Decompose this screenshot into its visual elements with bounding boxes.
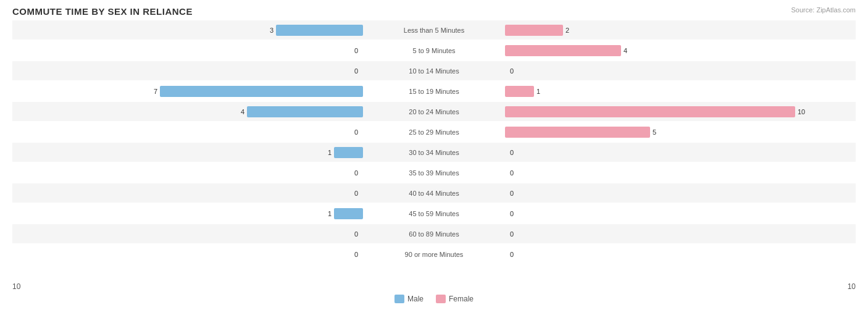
female-value: 0: [510, 190, 522, 197]
left-section: 0: [12, 245, 366, 264]
female-bar: [505, 25, 563, 36]
x-axis-left: 10: [12, 282, 366, 291]
left-section: 3: [12, 20, 366, 40]
right-section: 1: [502, 82, 856, 101]
male-bar: [247, 106, 363, 117]
left-section: 1: [12, 204, 366, 223]
male-value: 1: [319, 210, 332, 217]
right-section: 5: [502, 122, 856, 141]
legend-male: Male: [394, 295, 424, 303]
male-value: 0: [346, 169, 358, 177]
chart-row: 0 25 to 29 Minutes 5: [12, 122, 856, 141]
female-value: 0: [510, 251, 522, 258]
left-section: 0: [12, 183, 366, 203]
chart-row: 1 45 to 59 Minutes 0: [12, 204, 856, 223]
row-label: 15 to 19 Minutes: [366, 88, 502, 95]
female-value: 5: [653, 128, 665, 136]
right-section: 0: [502, 163, 856, 182]
female-bar: [505, 106, 795, 117]
row-label: Less than 5 Minutes: [366, 27, 502, 34]
right-section: 2: [502, 20, 856, 40]
female-bar: [505, 208, 507, 219]
female-value: 0: [510, 169, 522, 177]
row-label: 5 to 9 Minutes: [366, 47, 502, 54]
x-axis-right: 10: [502, 282, 856, 291]
row-label: 40 to 44 Minutes: [366, 190, 502, 197]
female-value: 0: [510, 230, 522, 238]
row-label: 60 to 89 Minutes: [366, 230, 502, 238]
male-value: 0: [346, 190, 358, 197]
female-bar: [505, 45, 621, 56]
legend: Male Female: [12, 295, 856, 303]
male-value: 0: [346, 128, 358, 136]
female-value: 0: [510, 149, 522, 156]
male-bar: [334, 208, 363, 219]
chart-container: COMMUTE TIME BY SEX IN RELIANCE Source: …: [0, 0, 868, 323]
male-value: 0: [346, 47, 358, 54]
row-label: 45 to 59 Minutes: [366, 210, 502, 217]
chart-row: 0 5 to 9 Minutes 4: [12, 41, 856, 60]
left-section: 0: [12, 41, 366, 60]
right-axis-value: 10: [848, 282, 856, 291]
legend-female-label: Female: [449, 295, 474, 303]
left-section: 7: [12, 82, 366, 101]
right-section: 0: [502, 204, 856, 223]
male-bar: [361, 249, 363, 260]
right-section: 0: [502, 245, 856, 264]
chart-row: 4 20 to 24 Minutes 10: [12, 102, 856, 121]
right-section: 0: [502, 183, 856, 203]
legend-female: Female: [436, 295, 474, 303]
right-section: 10: [502, 102, 856, 121]
row-label: 35 to 39 Minutes: [366, 169, 502, 177]
chart-row: 7 15 to 19 Minutes 1: [12, 82, 856, 101]
left-section: 0: [12, 61, 366, 80]
female-bar: [505, 229, 507, 240]
female-bar: [505, 86, 534, 97]
left-section: 1: [12, 143, 366, 162]
left-section: 0: [12, 122, 366, 141]
chart-row: 0 10 to 14 Minutes 0: [12, 61, 856, 80]
female-bar: [505, 188, 507, 199]
source-text: Source: ZipAtlas.com: [791, 6, 856, 14]
right-section: 4: [502, 41, 856, 60]
legend-male-label: Male: [407, 295, 424, 303]
row-label: 10 to 14 Minutes: [366, 67, 502, 75]
female-value: 10: [798, 108, 810, 115]
male-value: 0: [346, 251, 358, 258]
male-value: 7: [145, 88, 157, 95]
male-bar: [361, 167, 363, 178]
male-bar: [361, 127, 363, 138]
x-axis: 10 10: [12, 282, 856, 291]
right-section: 0: [502, 61, 856, 80]
female-value: 4: [624, 47, 636, 54]
legend-female-box: [436, 295, 446, 303]
right-section: 0: [502, 143, 856, 162]
female-bar: [505, 167, 507, 178]
row-label: 30 to 34 Minutes: [366, 149, 502, 156]
female-bar: [505, 147, 507, 158]
male-bar: [361, 45, 363, 56]
female-bar: [505, 249, 507, 260]
male-value: 1: [319, 149, 332, 156]
chart-title: COMMUTE TIME BY SEX IN RELIANCE: [12, 6, 856, 17]
left-axis-value: 10: [12, 282, 20, 291]
male-value: 0: [346, 67, 358, 75]
legend-male-box: [394, 295, 404, 303]
male-bar: [361, 188, 363, 199]
male-bar: [361, 65, 363, 77]
chart-row: 0 40 to 44 Minutes 0: [12, 183, 856, 203]
chart-row: 1 30 to 34 Minutes 0: [12, 143, 856, 162]
male-bar: [334, 147, 363, 158]
female-bar: [505, 127, 650, 138]
left-section: 4: [12, 102, 366, 121]
right-section: 0: [502, 224, 856, 243]
male-value: 4: [232, 108, 244, 115]
chart-row: 0 60 to 89 Minutes 0: [12, 224, 856, 243]
female-value: 0: [510, 67, 522, 75]
female-bar: [505, 65, 507, 77]
male-bar: [276, 25, 363, 36]
left-section: 0: [12, 163, 366, 182]
chart-area: 3 Less than 5 Minutes 2 0: [12, 20, 856, 280]
left-section: 0: [12, 224, 366, 243]
male-bar: [160, 86, 363, 97]
